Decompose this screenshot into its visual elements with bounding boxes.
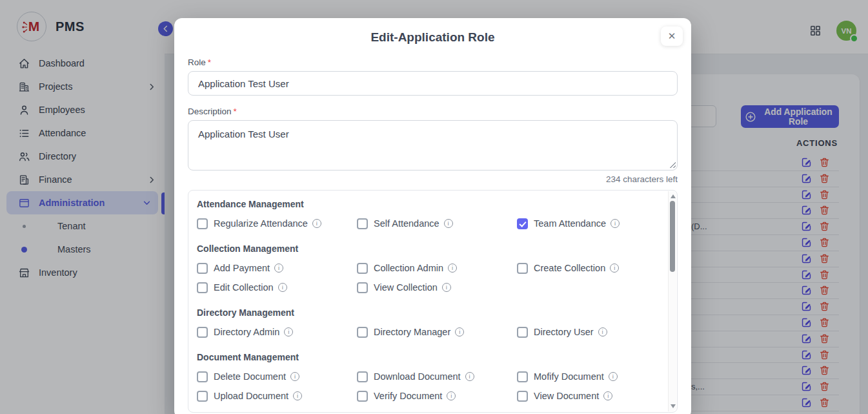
checkbox-icon[interactable] xyxy=(517,263,528,274)
permission-option-create-collection[interactable]: Create Collectioni xyxy=(517,261,658,275)
permission-section-title: Document Management xyxy=(197,352,658,362)
edit-application-role-modal: ✕ Edit-Application Role Role* Descriptio… xyxy=(174,18,691,414)
permission-label: View Collection xyxy=(374,282,438,293)
checkbox-icon[interactable] xyxy=(517,391,528,402)
checkbox-icon[interactable] xyxy=(357,391,368,402)
checkbox-icon[interactable] xyxy=(197,371,208,382)
description-field-wrapper: Application Test User xyxy=(188,120,678,171)
permission-grid: Add PaymentiCollection AdminiCreate Coll… xyxy=(197,261,658,295)
permission-option-verify-document[interactable]: Verify Documenti xyxy=(357,389,517,403)
permissions-panel: Attendance ManagementRegularize Attendan… xyxy=(188,190,678,413)
permission-label: Directory User xyxy=(534,327,594,337)
checkbox-icon[interactable] xyxy=(357,218,368,229)
permission-option-view-collection[interactable]: View Collectioni xyxy=(357,280,517,295)
info-icon[interactable]: i xyxy=(455,327,464,336)
required-asterisk: * xyxy=(208,57,211,67)
checkbox-icon[interactable] xyxy=(197,327,208,338)
permission-option-delete-document[interactable]: Delete Documenti xyxy=(197,369,357,384)
permission-section-title: Directory Management xyxy=(197,307,658,318)
permission-section-title: Attendance Management xyxy=(197,199,658,209)
checkbox-icon[interactable] xyxy=(357,282,368,293)
checkbox-icon[interactable] xyxy=(197,391,208,402)
permission-label: Mofify Document xyxy=(534,371,604,382)
info-icon[interactable]: i xyxy=(609,372,618,381)
permission-section-attendance-management: Attendance ManagementRegularize Attendan… xyxy=(197,199,658,231)
description-textarea[interactable]: Application Test User xyxy=(188,120,678,171)
permission-option-collection-admin[interactable]: Collection Admini xyxy=(357,261,517,275)
scrollbar-thumb[interactable] xyxy=(670,201,675,272)
permission-section-collection-management: Collection ManagementAdd PaymentiCollect… xyxy=(197,243,658,295)
checkbox-icon[interactable] xyxy=(357,327,368,338)
permission-label: Upload Document xyxy=(214,391,288,401)
permission-label: Download Document xyxy=(374,371,461,382)
permission-grid: Directory AdminiDirectory ManageriDirect… xyxy=(197,325,658,339)
permission-section-directory-management: Directory ManagementDirectory AdminiDire… xyxy=(197,307,658,339)
info-icon[interactable]: i xyxy=(444,219,453,228)
checkbox-icon[interactable] xyxy=(357,371,368,382)
permission-label: Self Attendance xyxy=(374,218,439,229)
permission-option-download-document[interactable]: Download Documenti xyxy=(357,369,517,384)
permission-option-add-payment[interactable]: Add Paymenti xyxy=(197,261,357,275)
permission-option-regularize-attendance[interactable]: Regularize Attendancei xyxy=(197,216,357,231)
info-icon[interactable]: i xyxy=(447,391,456,400)
scroll-down-arrow-icon[interactable] xyxy=(671,404,676,408)
info-icon[interactable]: i xyxy=(293,391,302,400)
permission-section-document-management: Document ManagementDelete DocumentiDownl… xyxy=(197,352,658,403)
description-label: Description* xyxy=(188,107,678,116)
close-icon: ✕ xyxy=(668,30,676,42)
info-icon[interactable]: i xyxy=(442,283,451,292)
characters-left-counter: 234 characters left xyxy=(188,174,678,184)
checkbox-icon[interactable] xyxy=(517,371,528,382)
permission-label: Verify Document xyxy=(374,391,442,401)
info-icon[interactable]: i xyxy=(603,391,612,400)
permission-option-team-attendance[interactable]: Team Attendancei xyxy=(517,216,658,231)
permission-label: Delete Document xyxy=(214,371,286,382)
permission-label: Add Payment xyxy=(214,263,270,273)
permission-label: Directory Manager xyxy=(374,327,450,337)
permission-grid: Regularize AttendanceiSelf AttendanceiTe… xyxy=(197,216,658,231)
permissions-scrollbar[interactable] xyxy=(668,191,676,411)
info-icon[interactable]: i xyxy=(465,372,474,381)
checkbox-icon[interactable] xyxy=(197,263,208,274)
permission-option-directory-user[interactable]: Directory Useri xyxy=(517,325,658,339)
info-icon[interactable]: i xyxy=(290,372,299,381)
role-label: Role* xyxy=(188,57,678,67)
checkbox-checked-icon[interactable] xyxy=(517,218,528,229)
app-root: M PMS DashboardProjectsEmployeesAttendan… xyxy=(0,0,868,414)
permission-option-edit-collection[interactable]: Edit Collectioni xyxy=(197,280,357,295)
permission-option-view-document[interactable]: View Documenti xyxy=(517,389,658,403)
permission-option-directory-admin[interactable]: Directory Admini xyxy=(197,325,357,339)
role-input[interactable] xyxy=(188,71,678,96)
permissions-panel-content: Attendance ManagementRegularize Attendan… xyxy=(188,191,677,403)
required-asterisk: * xyxy=(234,107,237,116)
checkbox-icon[interactable] xyxy=(357,263,368,274)
info-icon[interactable]: i xyxy=(598,327,607,336)
permission-label: Team Attendance xyxy=(534,218,606,229)
scroll-up-arrow-icon[interactable] xyxy=(671,194,676,198)
permission-section-title: Collection Management xyxy=(197,243,658,254)
info-icon[interactable]: i xyxy=(278,283,287,292)
info-icon[interactable]: i xyxy=(312,219,321,228)
info-icon[interactable]: i xyxy=(611,219,620,228)
permission-label: View Document xyxy=(534,391,599,401)
modal-title: Edit-Application Role xyxy=(188,30,678,45)
permission-label: Directory Admin xyxy=(214,327,279,337)
info-icon[interactable]: i xyxy=(610,264,619,273)
permission-option-self-attendance[interactable]: Self Attendancei xyxy=(357,216,517,231)
permission-option-directory-manager[interactable]: Directory Manageri xyxy=(357,325,517,339)
permission-label: Collection Admin xyxy=(374,263,443,273)
permission-option-mofify-document[interactable]: Mofify Documenti xyxy=(517,369,658,384)
info-icon[interactable]: i xyxy=(448,264,457,273)
info-icon[interactable]: i xyxy=(274,264,283,273)
checkbox-icon[interactable] xyxy=(517,327,528,338)
permission-option-upload-document[interactable]: Upload Documenti xyxy=(197,389,357,403)
info-icon[interactable]: i xyxy=(284,327,293,336)
permission-label: Edit Collection xyxy=(214,282,274,293)
checkbox-icon[interactable] xyxy=(197,282,208,293)
checkbox-icon[interactable] xyxy=(197,218,208,229)
close-button[interactable]: ✕ xyxy=(661,26,683,46)
permission-label: Regularize Attendance xyxy=(214,218,308,229)
permission-label: Create Collection xyxy=(534,263,605,273)
permission-grid: Delete DocumentiDownload DocumentiMofify… xyxy=(197,369,658,403)
